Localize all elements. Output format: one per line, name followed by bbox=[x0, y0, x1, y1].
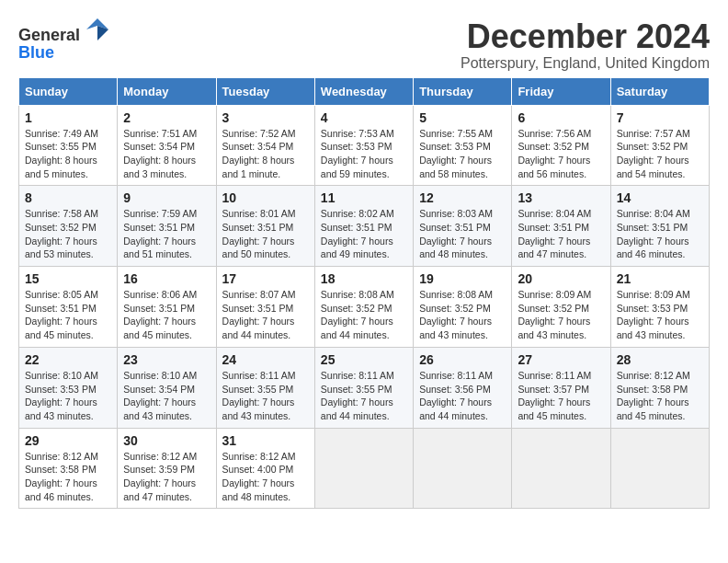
day-detail: Sunrise: 7:51 AM Sunset: 3:54 PM Dayligh… bbox=[123, 127, 210, 181]
day-number: 29 bbox=[25, 433, 111, 448]
day-number: 6 bbox=[518, 110, 604, 125]
week-row-1: 1Sunrise: 7:49 AM Sunset: 3:55 PM Daylig… bbox=[19, 105, 710, 186]
day-number: 5 bbox=[419, 110, 506, 125]
calendar-cell: 16Sunrise: 8:06 AM Sunset: 3:51 PM Dayli… bbox=[118, 267, 216, 348]
day-number: 1 bbox=[25, 110, 111, 125]
calendar-cell bbox=[512, 428, 610, 509]
calendar-cell: 25Sunrise: 8:11 AM Sunset: 3:55 PM Dayli… bbox=[314, 347, 413, 428]
day-detail: Sunrise: 8:11 AM Sunset: 3:55 PM Dayligh… bbox=[222, 369, 309, 423]
calendar-cell: 6Sunrise: 7:56 AM Sunset: 3:52 PM Daylig… bbox=[512, 105, 610, 186]
day-detail: Sunrise: 8:10 AM Sunset: 3:54 PM Dayligh… bbox=[123, 369, 210, 423]
calendar-table: SundayMondayTuesdayWednesdayThursdayFrid… bbox=[18, 77, 710, 510]
calendar-cell: 24Sunrise: 8:11 AM Sunset: 3:55 PM Dayli… bbox=[216, 347, 314, 428]
page-header: General Blue December 2024 Potterspury, … bbox=[18, 18, 710, 72]
day-number: 22 bbox=[25, 352, 111, 367]
day-detail: Sunrise: 7:58 AM Sunset: 3:52 PM Dayligh… bbox=[25, 207, 111, 261]
calendar-header-row: SundayMondayTuesdayWednesdayThursdayFrid… bbox=[19, 77, 710, 105]
week-row-4: 22Sunrise: 8:10 AM Sunset: 3:53 PM Dayli… bbox=[19, 347, 710, 428]
day-number: 30 bbox=[123, 433, 210, 448]
calendar-cell: 9Sunrise: 7:59 AM Sunset: 3:51 PM Daylig… bbox=[118, 186, 216, 267]
day-number: 25 bbox=[321, 352, 407, 367]
calendar-cell: 8Sunrise: 7:58 AM Sunset: 3:52 PM Daylig… bbox=[19, 186, 118, 267]
calendar-cell: 27Sunrise: 8:11 AM Sunset: 3:57 PM Dayli… bbox=[512, 347, 610, 428]
day-detail: Sunrise: 8:07 AM Sunset: 3:51 PM Dayligh… bbox=[222, 288, 309, 342]
day-detail: Sunrise: 8:06 AM Sunset: 3:51 PM Dayligh… bbox=[123, 288, 210, 342]
day-number: 12 bbox=[419, 190, 506, 205]
calendar-cell: 22Sunrise: 8:10 AM Sunset: 3:53 PM Dayli… bbox=[19, 347, 118, 428]
calendar-cell bbox=[314, 428, 413, 509]
day-number: 10 bbox=[222, 190, 309, 205]
logo-general: General bbox=[18, 26, 80, 44]
day-number: 4 bbox=[321, 110, 407, 125]
week-row-3: 15Sunrise: 8:05 AM Sunset: 3:51 PM Dayli… bbox=[19, 267, 710, 348]
calendar-cell: 19Sunrise: 8:08 AM Sunset: 3:52 PM Dayli… bbox=[414, 267, 512, 348]
col-header-wednesday: Wednesday bbox=[314, 77, 413, 105]
day-detail: Sunrise: 8:02 AM Sunset: 3:51 PM Dayligh… bbox=[321, 207, 407, 261]
day-number: 2 bbox=[123, 110, 210, 125]
day-detail: Sunrise: 8:12 AM Sunset: 3:58 PM Dayligh… bbox=[25, 450, 111, 504]
day-detail: Sunrise: 8:11 AM Sunset: 3:56 PM Dayligh… bbox=[419, 369, 506, 423]
col-header-monday: Monday bbox=[118, 77, 216, 105]
col-header-thursday: Thursday bbox=[414, 77, 512, 105]
day-number: 11 bbox=[321, 190, 407, 205]
day-number: 9 bbox=[123, 190, 210, 205]
calendar-cell: 3Sunrise: 7:52 AM Sunset: 3:54 PM Daylig… bbox=[216, 105, 314, 186]
day-detail: Sunrise: 8:04 AM Sunset: 3:51 PM Dayligh… bbox=[518, 207, 604, 261]
day-detail: Sunrise: 7:49 AM Sunset: 3:55 PM Dayligh… bbox=[25, 127, 111, 181]
calendar-cell: 26Sunrise: 8:11 AM Sunset: 3:56 PM Dayli… bbox=[414, 347, 512, 428]
calendar-cell: 7Sunrise: 7:57 AM Sunset: 3:52 PM Daylig… bbox=[610, 105, 709, 186]
calendar-cell: 1Sunrise: 7:49 AM Sunset: 3:55 PM Daylig… bbox=[19, 105, 118, 186]
day-detail: Sunrise: 8:05 AM Sunset: 3:51 PM Dayligh… bbox=[25, 288, 111, 342]
logo-icon bbox=[86, 18, 108, 40]
day-detail: Sunrise: 7:55 AM Sunset: 3:53 PM Dayligh… bbox=[419, 127, 506, 181]
day-number: 24 bbox=[222, 352, 309, 367]
calendar-body: 1Sunrise: 7:49 AM Sunset: 3:55 PM Daylig… bbox=[19, 105, 710, 509]
calendar-cell: 14Sunrise: 8:04 AM Sunset: 3:51 PM Dayli… bbox=[610, 186, 709, 267]
day-number: 8 bbox=[25, 190, 111, 205]
day-number: 28 bbox=[617, 352, 703, 367]
calendar-cell: 18Sunrise: 8:08 AM Sunset: 3:52 PM Dayli… bbox=[314, 267, 413, 348]
day-number: 21 bbox=[617, 271, 703, 286]
week-row-5: 29Sunrise: 8:12 AM Sunset: 3:58 PM Dayli… bbox=[19, 428, 710, 509]
day-detail: Sunrise: 8:04 AM Sunset: 3:51 PM Dayligh… bbox=[617, 207, 703, 261]
day-number: 17 bbox=[222, 271, 309, 286]
calendar-cell: 17Sunrise: 8:07 AM Sunset: 3:51 PM Dayli… bbox=[216, 267, 314, 348]
day-number: 18 bbox=[321, 271, 407, 286]
col-header-tuesday: Tuesday bbox=[216, 77, 314, 105]
calendar-cell: 20Sunrise: 8:09 AM Sunset: 3:52 PM Dayli… bbox=[512, 267, 610, 348]
day-detail: Sunrise: 7:57 AM Sunset: 3:52 PM Dayligh… bbox=[617, 127, 703, 181]
calendar-cell: 29Sunrise: 8:12 AM Sunset: 3:58 PM Dayli… bbox=[19, 428, 118, 509]
day-detail: Sunrise: 8:12 AM Sunset: 3:59 PM Dayligh… bbox=[123, 450, 210, 504]
day-number: 3 bbox=[222, 110, 309, 125]
day-number: 7 bbox=[617, 110, 703, 125]
day-detail: Sunrise: 8:03 AM Sunset: 3:51 PM Dayligh… bbox=[419, 207, 506, 261]
calendar-cell: 13Sunrise: 8:04 AM Sunset: 3:51 PM Dayli… bbox=[512, 186, 610, 267]
day-number: 26 bbox=[419, 352, 506, 367]
day-detail: Sunrise: 8:11 AM Sunset: 3:55 PM Dayligh… bbox=[321, 369, 407, 423]
calendar-cell: 30Sunrise: 8:12 AM Sunset: 3:59 PM Dayli… bbox=[118, 428, 216, 509]
day-detail: Sunrise: 8:12 AM Sunset: 4:00 PM Dayligh… bbox=[222, 450, 309, 504]
logo-blue: Blue bbox=[18, 43, 54, 62]
calendar-title: December 2024 bbox=[461, 18, 710, 55]
week-row-2: 8Sunrise: 7:58 AM Sunset: 3:52 PM Daylig… bbox=[19, 186, 710, 267]
calendar-cell: 10Sunrise: 8:01 AM Sunset: 3:51 PM Dayli… bbox=[216, 186, 314, 267]
day-detail: Sunrise: 8:09 AM Sunset: 3:52 PM Dayligh… bbox=[518, 288, 604, 342]
day-detail: Sunrise: 7:56 AM Sunset: 3:52 PM Dayligh… bbox=[518, 127, 604, 181]
calendar-cell: 12Sunrise: 8:03 AM Sunset: 3:51 PM Dayli… bbox=[414, 186, 512, 267]
day-detail: Sunrise: 8:11 AM Sunset: 3:57 PM Dayligh… bbox=[518, 369, 604, 423]
day-number: 14 bbox=[617, 190, 703, 205]
day-number: 23 bbox=[123, 352, 210, 367]
logo: General Blue bbox=[18, 18, 108, 62]
day-number: 19 bbox=[419, 271, 506, 286]
day-number: 31 bbox=[222, 433, 309, 448]
day-detail: Sunrise: 8:08 AM Sunset: 3:52 PM Dayligh… bbox=[419, 288, 506, 342]
calendar-cell bbox=[414, 428, 512, 509]
col-header-friday: Friday bbox=[512, 77, 610, 105]
day-detail: Sunrise: 7:52 AM Sunset: 3:54 PM Dayligh… bbox=[222, 127, 309, 181]
day-detail: Sunrise: 8:09 AM Sunset: 3:53 PM Dayligh… bbox=[617, 288, 703, 342]
col-header-sunday: Sunday bbox=[19, 77, 118, 105]
calendar-cell: 5Sunrise: 7:55 AM Sunset: 3:53 PM Daylig… bbox=[414, 105, 512, 186]
col-header-saturday: Saturday bbox=[610, 77, 709, 105]
day-number: 13 bbox=[518, 190, 604, 205]
day-detail: Sunrise: 8:08 AM Sunset: 3:52 PM Dayligh… bbox=[321, 288, 407, 342]
